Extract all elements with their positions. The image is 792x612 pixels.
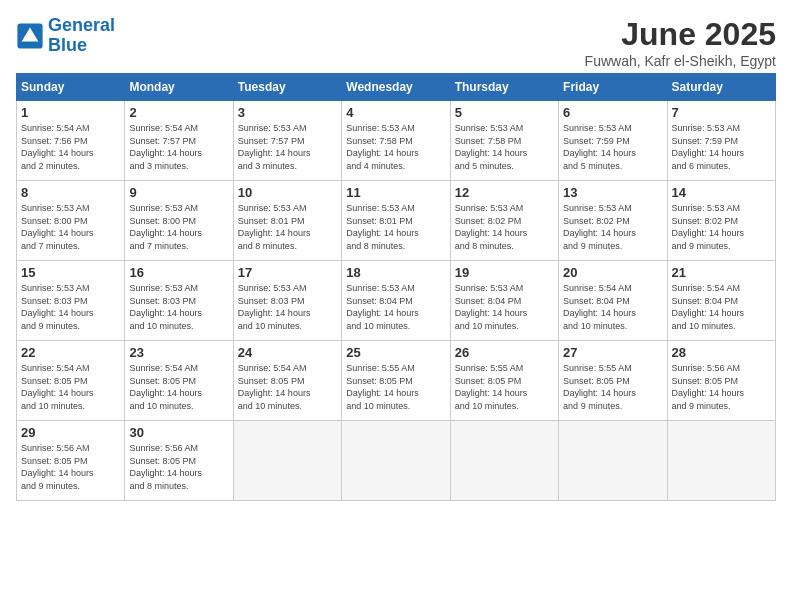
calendar-cell: 10Sunrise: 5:53 AM Sunset: 8:01 PM Dayli… [233, 181, 341, 261]
calendar-cell: 8Sunrise: 5:53 AM Sunset: 8:00 PM Daylig… [17, 181, 125, 261]
day-number: 18 [346, 265, 445, 280]
calendar-cell: 30Sunrise: 5:56 AM Sunset: 8:05 PM Dayli… [125, 421, 233, 501]
day-header-friday: Friday [559, 74, 667, 101]
header: General Blue June 2025 Fuwwah, Kafr el-S… [16, 16, 776, 69]
calendar-cell: 20Sunrise: 5:54 AM Sunset: 8:04 PM Dayli… [559, 261, 667, 341]
calendar-cell [667, 421, 775, 501]
day-number: 12 [455, 185, 554, 200]
day-info: Sunrise: 5:53 AM Sunset: 7:58 PM Dayligh… [455, 122, 554, 172]
day-info: Sunrise: 5:54 AM Sunset: 8:05 PM Dayligh… [21, 362, 120, 412]
calendar-cell: 21Sunrise: 5:54 AM Sunset: 8:04 PM Dayli… [667, 261, 775, 341]
day-number: 5 [455, 105, 554, 120]
day-header-saturday: Saturday [667, 74, 775, 101]
day-info: Sunrise: 5:53 AM Sunset: 8:02 PM Dayligh… [563, 202, 662, 252]
calendar-title: June 2025 [585, 16, 776, 53]
calendar-cell: 6Sunrise: 5:53 AM Sunset: 7:59 PM Daylig… [559, 101, 667, 181]
calendar-cell: 5Sunrise: 5:53 AM Sunset: 7:58 PM Daylig… [450, 101, 558, 181]
day-info: Sunrise: 5:55 AM Sunset: 8:05 PM Dayligh… [455, 362, 554, 412]
calendar-cell: 14Sunrise: 5:53 AM Sunset: 8:02 PM Dayli… [667, 181, 775, 261]
calendar-cell: 24Sunrise: 5:54 AM Sunset: 8:05 PM Dayli… [233, 341, 341, 421]
day-info: Sunrise: 5:53 AM Sunset: 7:57 PM Dayligh… [238, 122, 337, 172]
calendar-cell [233, 421, 341, 501]
calendar-cell: 17Sunrise: 5:53 AM Sunset: 8:03 PM Dayli… [233, 261, 341, 341]
day-info: Sunrise: 5:56 AM Sunset: 8:05 PM Dayligh… [672, 362, 771, 412]
calendar-cell: 1Sunrise: 5:54 AM Sunset: 7:56 PM Daylig… [17, 101, 125, 181]
day-info: Sunrise: 5:54 AM Sunset: 7:56 PM Dayligh… [21, 122, 120, 172]
logo-icon [16, 22, 44, 50]
day-number: 19 [455, 265, 554, 280]
day-number: 9 [129, 185, 228, 200]
logo: General Blue [16, 16, 115, 56]
calendar-cell: 25Sunrise: 5:55 AM Sunset: 8:05 PM Dayli… [342, 341, 450, 421]
day-number: 26 [455, 345, 554, 360]
calendar-cell: 28Sunrise: 5:56 AM Sunset: 8:05 PM Dayli… [667, 341, 775, 421]
day-header-thursday: Thursday [450, 74, 558, 101]
calendar-cell: 11Sunrise: 5:53 AM Sunset: 8:01 PM Dayli… [342, 181, 450, 261]
day-info: Sunrise: 5:53 AM Sunset: 8:04 PM Dayligh… [346, 282, 445, 332]
day-info: Sunrise: 5:54 AM Sunset: 8:05 PM Dayligh… [238, 362, 337, 412]
day-info: Sunrise: 5:53 AM Sunset: 8:00 PM Dayligh… [129, 202, 228, 252]
logo-line1: General [48, 15, 115, 35]
day-number: 23 [129, 345, 228, 360]
day-number: 24 [238, 345, 337, 360]
day-number: 22 [21, 345, 120, 360]
day-info: Sunrise: 5:53 AM Sunset: 7:59 PM Dayligh… [563, 122, 662, 172]
day-info: Sunrise: 5:53 AM Sunset: 8:02 PM Dayligh… [672, 202, 771, 252]
day-info: Sunrise: 5:53 AM Sunset: 8:03 PM Dayligh… [238, 282, 337, 332]
day-info: Sunrise: 5:53 AM Sunset: 8:03 PM Dayligh… [129, 282, 228, 332]
calendar-cell: 18Sunrise: 5:53 AM Sunset: 8:04 PM Dayli… [342, 261, 450, 341]
day-number: 15 [21, 265, 120, 280]
day-info: Sunrise: 5:54 AM Sunset: 8:05 PM Dayligh… [129, 362, 228, 412]
calendar-cell: 19Sunrise: 5:53 AM Sunset: 8:04 PM Dayli… [450, 261, 558, 341]
header-row: SundayMondayTuesdayWednesdayThursdayFrid… [17, 74, 776, 101]
calendar-cell: 2Sunrise: 5:54 AM Sunset: 7:57 PM Daylig… [125, 101, 233, 181]
day-number: 13 [563, 185, 662, 200]
day-info: Sunrise: 5:53 AM Sunset: 8:01 PM Dayligh… [346, 202, 445, 252]
day-number: 3 [238, 105, 337, 120]
day-info: Sunrise: 5:53 AM Sunset: 8:03 PM Dayligh… [21, 282, 120, 332]
day-number: 10 [238, 185, 337, 200]
day-info: Sunrise: 5:54 AM Sunset: 8:04 PM Dayligh… [563, 282, 662, 332]
day-header-tuesday: Tuesday [233, 74, 341, 101]
calendar-table: SundayMondayTuesdayWednesdayThursdayFrid… [16, 73, 776, 501]
calendar-cell: 9Sunrise: 5:53 AM Sunset: 8:00 PM Daylig… [125, 181, 233, 261]
day-info: Sunrise: 5:56 AM Sunset: 8:05 PM Dayligh… [21, 442, 120, 492]
calendar-cell [342, 421, 450, 501]
day-info: Sunrise: 5:55 AM Sunset: 8:05 PM Dayligh… [563, 362, 662, 412]
day-number: 20 [563, 265, 662, 280]
day-info: Sunrise: 5:53 AM Sunset: 8:01 PM Dayligh… [238, 202, 337, 252]
calendar-cell: 15Sunrise: 5:53 AM Sunset: 8:03 PM Dayli… [17, 261, 125, 341]
calendar-cell: 4Sunrise: 5:53 AM Sunset: 7:58 PM Daylig… [342, 101, 450, 181]
day-number: 8 [21, 185, 120, 200]
day-info: Sunrise: 5:56 AM Sunset: 8:05 PM Dayligh… [129, 442, 228, 492]
day-info: Sunrise: 5:53 AM Sunset: 8:02 PM Dayligh… [455, 202, 554, 252]
day-number: 17 [238, 265, 337, 280]
calendar-cell: 27Sunrise: 5:55 AM Sunset: 8:05 PM Dayli… [559, 341, 667, 421]
day-number: 29 [21, 425, 120, 440]
calendar-subtitle: Fuwwah, Kafr el-Sheikh, Egypt [585, 53, 776, 69]
day-number: 25 [346, 345, 445, 360]
title-area: June 2025 Fuwwah, Kafr el-Sheikh, Egypt [585, 16, 776, 69]
day-number: 16 [129, 265, 228, 280]
calendar-cell: 13Sunrise: 5:53 AM Sunset: 8:02 PM Dayli… [559, 181, 667, 261]
day-number: 21 [672, 265, 771, 280]
day-number: 14 [672, 185, 771, 200]
week-row-5: 29Sunrise: 5:56 AM Sunset: 8:05 PM Dayli… [17, 421, 776, 501]
day-info: Sunrise: 5:53 AM Sunset: 7:59 PM Dayligh… [672, 122, 771, 172]
day-info: Sunrise: 5:54 AM Sunset: 7:57 PM Dayligh… [129, 122, 228, 172]
day-number: 28 [672, 345, 771, 360]
day-number: 11 [346, 185, 445, 200]
calendar-cell: 3Sunrise: 5:53 AM Sunset: 7:57 PM Daylig… [233, 101, 341, 181]
week-row-1: 1Sunrise: 5:54 AM Sunset: 7:56 PM Daylig… [17, 101, 776, 181]
calendar-cell: 16Sunrise: 5:53 AM Sunset: 8:03 PM Dayli… [125, 261, 233, 341]
week-row-3: 15Sunrise: 5:53 AM Sunset: 8:03 PM Dayli… [17, 261, 776, 341]
calendar-cell: 29Sunrise: 5:56 AM Sunset: 8:05 PM Dayli… [17, 421, 125, 501]
day-number: 1 [21, 105, 120, 120]
calendar-cell: 23Sunrise: 5:54 AM Sunset: 8:05 PM Dayli… [125, 341, 233, 421]
day-header-monday: Monday [125, 74, 233, 101]
day-number: 7 [672, 105, 771, 120]
calendar-cell: 22Sunrise: 5:54 AM Sunset: 8:05 PM Dayli… [17, 341, 125, 421]
day-info: Sunrise: 5:55 AM Sunset: 8:05 PM Dayligh… [346, 362, 445, 412]
day-header-wednesday: Wednesday [342, 74, 450, 101]
day-number: 6 [563, 105, 662, 120]
